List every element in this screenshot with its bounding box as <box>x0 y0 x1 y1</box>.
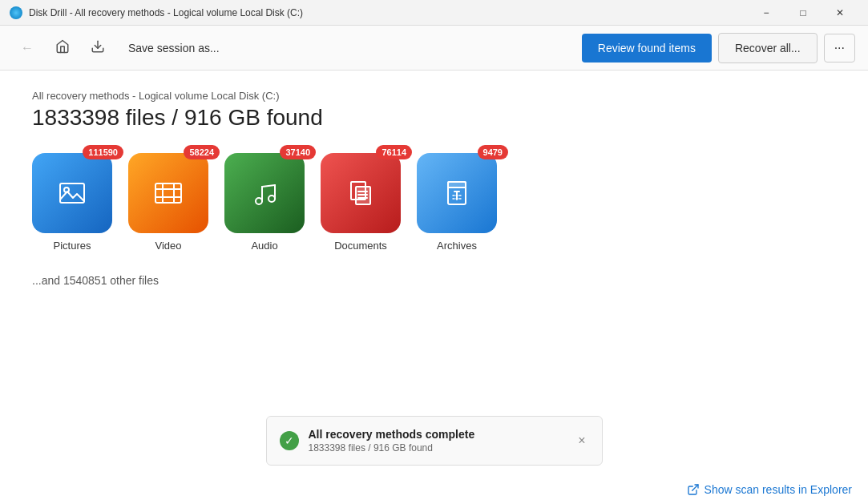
badge-pictures: 111590 <box>83 145 123 159</box>
success-check-icon: ✓ <box>280 431 299 450</box>
minimize-button[interactable]: − <box>748 0 785 26</box>
save-session-label: Save session as... <box>128 42 220 54</box>
recover-all-button[interactable]: Recover all... <box>718 33 818 63</box>
document-icon <box>343 175 378 211</box>
notification-text: All recovery methods complete 1833398 fi… <box>309 428 566 454</box>
notification-bar: ✓ All recovery methods complete 1833398 … <box>266 416 603 466</box>
maximize-button[interactable]: □ <box>785 0 822 26</box>
badge-audio: 37140 <box>280 145 316 159</box>
category-item-audio[interactable]: 37140 Audio <box>224 153 305 252</box>
back-button[interactable]: ← <box>13 34 42 62</box>
category-card-documents: 76114 <box>321 153 401 233</box>
notification-title: All recovery methods complete <box>309 428 566 441</box>
category-list: 111590 Pictures 58224 <box>32 153 836 252</box>
category-label-audio: Audio <box>251 240 277 252</box>
show-results-label: Show scan results in Explorer <box>704 483 852 496</box>
svg-rect-19 <box>448 182 466 187</box>
title-bar: Disk Drill - All recovery methods - Logi… <box>0 0 868 26</box>
badge-documents: 76114 <box>376 145 412 159</box>
main-content: All recovery methods - Logical volume Lo… <box>0 71 868 325</box>
svg-rect-3 <box>155 183 181 203</box>
category-card-pictures: 111590 <box>32 153 112 233</box>
toolbar: ← Save session as... Review found items … <box>0 26 868 71</box>
notification-subtitle: 1833398 files / 916 GB found <box>309 442 566 454</box>
category-label-video: Video <box>155 240 181 252</box>
category-card-video: 58224 <box>128 153 208 233</box>
save-session-button[interactable]: Save session as... <box>122 37 226 59</box>
category-label-archives: Archives <box>437 240 477 252</box>
bottom-bar: Show scan results in Explorer <box>671 475 868 504</box>
svg-point-9 <box>268 196 275 202</box>
scan-subtitle: All recovery methods - Logical volume Lo… <box>32 90 836 102</box>
video-icon <box>151 175 186 211</box>
category-card-audio: 37140 <box>224 153 305 233</box>
badge-archives: 9479 <box>478 145 508 159</box>
review-found-items-button[interactable]: Review found items <box>582 34 712 62</box>
category-item-video[interactable]: 58224 Video <box>128 153 208 252</box>
title-bar-text: Disk Drill - All recovery methods - Logi… <box>29 7 748 18</box>
category-label-documents: Documents <box>334 240 387 252</box>
image-icon <box>55 175 90 211</box>
category-label-pictures: Pictures <box>54 240 91 252</box>
notification-close-button[interactable]: × <box>575 432 588 450</box>
app-icon <box>10 6 22 19</box>
download-button[interactable] <box>83 34 112 62</box>
svg-rect-1 <box>60 183 84 203</box>
svg-line-24 <box>692 485 697 490</box>
category-card-archives: 9479 <box>417 153 497 233</box>
download-icon <box>91 39 105 57</box>
svg-line-12 <box>262 185 275 187</box>
back-icon: ← <box>21 41 34 55</box>
home-button[interactable] <box>48 34 77 62</box>
external-link-icon <box>687 483 700 496</box>
show-results-link[interactable]: Show scan results in Explorer <box>687 483 852 496</box>
home-icon <box>55 39 70 57</box>
notification-box: ✓ All recovery methods complete 1833398 … <box>266 416 603 466</box>
category-item-documents[interactable]: 76114 Documents <box>321 153 401 252</box>
badge-video: 58224 <box>184 145 220 159</box>
other-files-text: ...and 1540851 other files <box>32 274 836 287</box>
archive-icon <box>439 175 474 211</box>
more-options-button[interactable]: ··· <box>824 34 855 62</box>
window-controls: − □ ✕ <box>748 0 858 26</box>
files-found-title: 1833398 files / 916 GB found <box>32 105 836 131</box>
close-button[interactable]: ✕ <box>822 0 858 26</box>
audio-icon <box>247 175 282 211</box>
category-item-archives[interactable]: 9479 Archives <box>417 153 497 252</box>
svg-point-8 <box>256 198 262 204</box>
category-item-pictures[interactable]: 111590 Pictures <box>32 153 112 252</box>
